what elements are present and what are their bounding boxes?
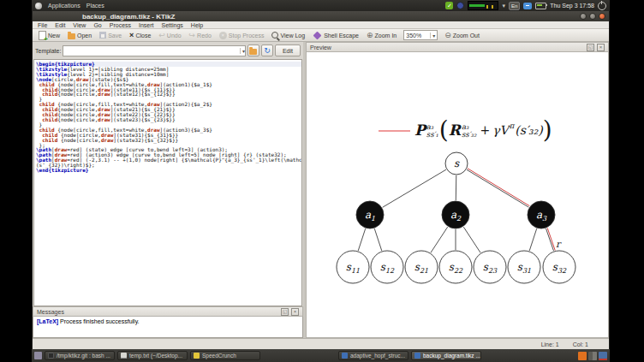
tree-edge-red [547, 228, 555, 250]
trash-icon[interactable] [599, 352, 607, 360]
ktikz-icon [342, 353, 348, 359]
open-icon [68, 33, 75, 39]
menu-go[interactable]: Go [93, 22, 101, 28]
alert-shield-icon[interactable] [578, 352, 587, 360]
ktikz-icon [414, 353, 420, 359]
titlebar[interactable]: backup_diagram.tikz - KTikZ [33, 11, 609, 21]
redo-button: ↪Redo [187, 31, 214, 40]
applications-menu[interactable]: Applications [48, 3, 80, 9]
close-x-icon: × [129, 32, 134, 39]
node-label-s: s [454, 157, 460, 169]
template-row: Template: ▾ ↻ Edit [33, 42, 303, 59]
shell-escape-button[interactable]: Shell Escape [310, 31, 361, 40]
new-icon [39, 31, 46, 40]
menu-help[interactable]: Help [191, 22, 203, 28]
power-icon[interactable] [598, 2, 606, 10]
new-button[interactable]: New [36, 30, 63, 41]
toolbar-label: Zoom In [375, 33, 397, 39]
minimize-button[interactable] [580, 13, 587, 20]
distro-logo-icon[interactable] [35, 3, 42, 9]
toolbar-label: Redo [197, 33, 212, 39]
close-button[interactable] [599, 13, 605, 20]
text-icon [121, 353, 127, 359]
float-dock-icon[interactable]: ◱ [281, 308, 289, 316]
view-log-button[interactable]: View Log [269, 31, 307, 39]
window-list-icon[interactable] [34, 352, 42, 359]
menu-settings[interactable]: Settings [162, 22, 183, 28]
open-button[interactable]: Open [65, 31, 94, 40]
shellescape-icon [313, 31, 322, 39]
template-label: Template: [35, 48, 61, 54]
menu-insert[interactable]: Insert [139, 22, 154, 28]
code-editor[interactable]: \begin{tikzpicture}\tikzstyle{level 1}=[… [33, 59, 302, 306]
places-menu[interactable]: Places [86, 3, 104, 9]
window-buttons [580, 13, 605, 20]
menu-file[interactable]: File [38, 22, 47, 28]
panel-clock[interactable]: Thu Sep 3 17:58 [550, 3, 594, 9]
redo-icon: ↪ [189, 32, 196, 39]
close-dock-icon[interactable]: × [291, 308, 299, 316]
template-open-button[interactable] [247, 45, 259, 56]
tree-edge [358, 228, 365, 251]
toolbar-label: Undo [167, 33, 182, 39]
undo-icon: ↩ [158, 32, 165, 39]
taskbar-item[interactable]: SpeedCrunch [190, 351, 260, 360]
close-button[interactable]: ×Close [127, 31, 153, 40]
tree-edge [431, 227, 448, 252]
latex-tag: [LaTeX] [37, 318, 58, 324]
zoom-out-button[interactable]: ⊖Zoom Out [442, 31, 482, 40]
workspace-switcher[interactable] [588, 352, 597, 360]
status-col: Col: 1 [573, 341, 588, 347]
code-line: \end{tikzpicture} [36, 168, 301, 173]
stop-process-button: ×Stop Process [217, 31, 267, 40]
zoom-level-combobox[interactable]: 350%▾ [403, 30, 438, 40]
chevron-down-icon: ▾ [240, 48, 245, 54]
zoom-in-button[interactable]: ⊕Zoom In [364, 31, 399, 40]
battery-icon[interactable] [535, 3, 546, 9]
toolbar-label: Save [108, 33, 122, 39]
taskbar-item[interactable]: backup_diagram.tikz ... [411, 351, 481, 360]
clock-applet-icon[interactable] [456, 2, 464, 9]
preview-pane: Preview ◱ × Pa₃ss′₁(Ra₃ss′₃₂+γVπ(s′₃₂)) … [306, 42, 609, 338]
system-monitor-applet[interactable] [468, 1, 498, 10]
taskbar-item[interactable]: temp.txt (~/Desktop... [117, 351, 188, 360]
tree-edge [529, 228, 536, 251]
taskbar: /tmp/ktikz.git : bash ...temp.txt (~/Des… [32, 349, 610, 362]
zoomout-icon: ⊖ [444, 32, 451, 39]
preview-title: Preview [310, 45, 331, 50]
taskbar-item[interactable]: /tmp/ktikz.git : bash ... [45, 351, 115, 360]
tree-edge [546, 228, 554, 251]
messages-dock-header: Messages ◱ × [33, 306, 303, 317]
menu-view[interactable]: View [73, 22, 86, 28]
calc-icon [194, 353, 200, 359]
ktikz-window: backup_diagram.tikz - KTikZ FileEditView… [32, 11, 610, 349]
stop-icon: × [219, 32, 227, 39]
desktop: Applications Places ✓ ▾ En Thu Sep 3 17:… [32, 0, 610, 362]
viewlog-icon [271, 32, 278, 39]
taskbar-item[interactable]: adaptive_hopf_struc... [338, 351, 408, 360]
toolbar-label: Open [77, 33, 92, 39]
template-edit-button[interactable]: Edit [275, 45, 301, 56]
updates-icon[interactable]: ✓ [445, 2, 453, 9]
template-combobox[interactable]: ▾ [63, 45, 246, 56]
float-dock-icon[interactable]: ◱ [587, 44, 594, 51]
backup-diagram-tree: rsa1a2a3s11s12s21s22s23s31s32 [307, 52, 609, 330]
toolbar-label: View Log [280, 33, 305, 39]
edge-label-r: r [556, 239, 562, 250]
save-button: Save [97, 31, 124, 39]
template-reload-button[interactable]: ↻ [261, 45, 273, 56]
messaging-icon[interactable] [523, 3, 532, 9]
preview-canvas: Pa₃ss′₁(Ra₃ss′₃₂+γVπ(s′₃₂)) rsa1a2a3s11s… [306, 52, 609, 338]
close-dock-icon[interactable]: × [597, 44, 605, 51]
system-tray: ✓ ▾ En Thu Sep 3 17:58 [445, 1, 606, 10]
menu-edit[interactable]: Edit [55, 22, 65, 28]
zoomin-icon: ⊕ [367, 32, 373, 39]
panel-menus: Applications Places [35, 3, 104, 9]
keyboard-layout-indicator[interactable]: En [509, 2, 520, 10]
toolbar-label: Close [135, 33, 151, 39]
tree-edge [374, 228, 381, 251]
maximize-button[interactable] [589, 13, 596, 20]
network-icon[interactable]: ▾ [502, 3, 505, 9]
toolbar-label: Shell Escape [324, 33, 359, 39]
menu-process[interactable]: Process [110, 22, 131, 28]
